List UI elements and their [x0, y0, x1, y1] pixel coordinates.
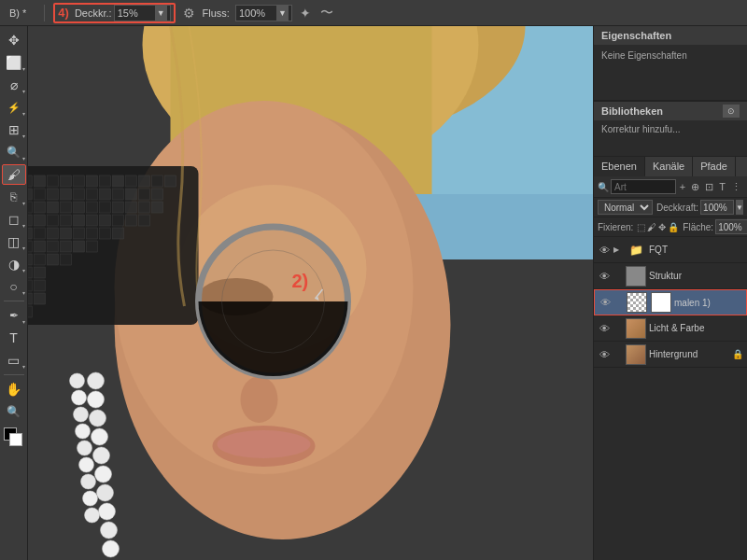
layer-item-fqt[interactable]: 👁 ▶ 📁 FQT	[594, 237, 747, 263]
svg-point-89	[103, 540, 120, 557]
svg-rect-29	[100, 189, 111, 200]
eigenschaften-content: Keine Eigenschaften	[594, 45, 747, 73]
layer-adjust-btn[interactable]: T	[717, 181, 727, 192]
svg-rect-79	[28, 306, 33, 317]
svg-rect-67	[74, 241, 85, 252]
opacity-input-group: ▼	[114, 5, 171, 21]
eraser-tool[interactable]: ◻▾	[2, 209, 26, 230]
svg-rect-49	[74, 215, 85, 226]
brush-tool[interactable]: 🖌	[2, 164, 26, 185]
crop-tool[interactable]: ⊞▾	[2, 119, 26, 140]
svg-rect-33	[152, 189, 163, 200]
canvas-area[interactable]: 2)	[28, 26, 593, 560]
menu-b[interactable]: B) *	[4, 6, 32, 21]
layer-vis-hintergrund[interactable]: 👁	[598, 348, 611, 361]
tab-kanaele[interactable]: Kanäle	[645, 157, 693, 176]
smoothing-btn[interactable]: 〜	[318, 5, 335, 21]
fix-transparency-icon[interactable]: ⬚	[637, 222, 645, 232]
libraries-title: Bibliotheken	[601, 105, 663, 117]
layer-thumb-struktur	[626, 266, 646, 287]
layer-item-licht-farbe[interactable]: 👁 Licht & Farbe	[594, 315, 747, 342]
layer-group-btn[interactable]: ⊕	[689, 181, 701, 193]
svg-rect-32	[139, 189, 150, 200]
dodge-tool[interactable]: ○▾	[2, 276, 26, 297]
layer-more-btn[interactable]: ⋮	[729, 181, 743, 193]
layer-mask-btn[interactable]: ⊡	[703, 181, 715, 193]
search-icon: 🔍	[598, 182, 609, 192]
background-color[interactable]	[9, 433, 22, 446]
fixieren-label: Fixieren:	[598, 222, 633, 232]
svg-rect-58	[61, 228, 72, 239]
svg-rect-14	[61, 175, 72, 187]
quick-select-tool[interactable]: ⚡▾	[2, 97, 26, 118]
fix-move-icon[interactable]: ✥	[658, 222, 666, 232]
svg-rect-13	[48, 175, 59, 187]
flow-label: Fluss:	[203, 7, 230, 19]
svg-rect-12	[35, 175, 46, 187]
libraries-korrektur[interactable]: Korrektur hinzufu...	[594, 120, 747, 138]
lasso-tool[interactable]: ⌀▾	[2, 75, 26, 95]
opacity-value-input[interactable]	[700, 200, 734, 215]
svg-rect-25	[48, 189, 59, 200]
hand-tool[interactable]: ✋	[2, 379, 26, 399]
color-swatches[interactable]	[4, 427, 24, 448]
layer-thumb-fqt: 📁	[626, 240, 646, 260]
eyedropper-tool[interactable]: 🔍▾	[2, 142, 26, 162]
svg-rect-17	[100, 175, 111, 187]
pen-tool[interactable]: ✒▾	[2, 305, 26, 326]
layer-item-struktur[interactable]: 👁 Struktur	[594, 263, 747, 289]
opacity-dropdown-btn[interactable]: ▼	[155, 5, 167, 21]
layer-item-hintergrund[interactable]: 👁 Hintergrund 🔒	[594, 342, 747, 368]
toolbar-divider-2	[4, 374, 24, 375]
layer-item-malen[interactable]: 👁 malen 1)	[594, 289, 747, 315]
layer-name-hintergrund: Hintergrund	[649, 349, 729, 359]
rectangle-select-tool[interactable]: ⬜▾	[2, 52, 26, 73]
clone-tool[interactable]: ⎘▾	[2, 187, 26, 207]
flow-input[interactable]	[239, 7, 275, 19]
airbrush-btn[interactable]: ✦	[298, 6, 313, 21]
fix-all-icon[interactable]: 🔒	[668, 222, 679, 232]
flaeche-input[interactable]	[715, 219, 747, 234]
layer-vis-licht-farbe[interactable]: 👁	[598, 322, 611, 335]
tab-pfade[interactable]: Pfade	[693, 157, 736, 176]
zoom-tool[interactable]: 🔍	[2, 401, 26, 422]
blend-mode-select[interactable]: Normal	[598, 200, 653, 215]
tab-ebenen[interactable]: Ebenen	[594, 157, 645, 176]
svg-rect-16	[87, 175, 98, 187]
opacity-label: Deckkraft:	[656, 203, 698, 213]
svg-rect-42	[126, 202, 137, 213]
layer-vis-malen[interactable]: 👁	[599, 296, 612, 309]
layer-name-malen: malen 1)	[674, 298, 742, 308]
svg-rect-75	[28, 280, 33, 291]
svg-rect-23	[28, 189, 33, 200]
flow-dropdown-btn[interactable]: ▼	[276, 5, 289, 21]
svg-rect-43	[139, 202, 150, 213]
svg-point-98	[85, 508, 100, 523]
opacity-dropdown[interactable]: ▼	[736, 200, 743, 215]
libraries-add-btn[interactable]: ⊙	[723, 105, 740, 118]
layer-vis-fqt[interactable]: 👁	[598, 244, 611, 257]
fix-paint-icon[interactable]: 🖌	[647, 222, 656, 232]
svg-rect-35	[35, 202, 46, 213]
svg-rect-54	[139, 215, 150, 226]
layers-search-input[interactable]	[614, 182, 672, 192]
svg-rect-28	[87, 189, 98, 200]
blur-tool[interactable]: ◑▾	[2, 254, 26, 274]
layer-vis-struktur[interactable]: 👁	[598, 270, 611, 283]
layers-search[interactable]	[611, 179, 676, 194]
text-tool[interactable]: T	[2, 328, 26, 348]
svg-point-95	[79, 457, 94, 472]
layer-arrow-fqt[interactable]: ▶	[613, 245, 623, 254]
shape-tool[interactable]: ▭▾	[2, 350, 26, 371]
move-tool[interactable]: ✥	[2, 30, 26, 50]
gradient-tool[interactable]: ◫▾	[2, 231, 26, 252]
brush-settings-btn[interactable]: ⚙	[181, 6, 197, 21]
canvas-image: 2)	[28, 26, 593, 560]
svg-rect-19	[126, 175, 137, 187]
layer-new-btn[interactable]: +	[678, 181, 687, 192]
opacity-input[interactable]	[118, 7, 153, 19]
svg-rect-18	[113, 175, 124, 187]
svg-rect-63	[28, 241, 33, 252]
svg-point-93	[76, 424, 91, 439]
svg-rect-74	[35, 267, 46, 278]
